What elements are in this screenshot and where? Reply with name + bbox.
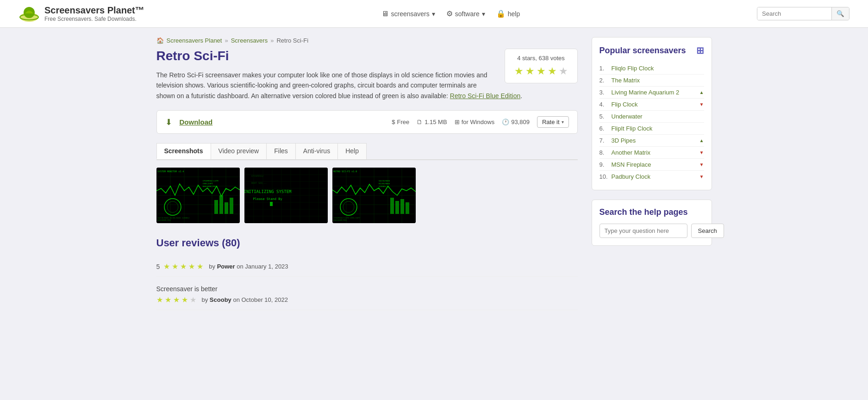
star-2: ★ bbox=[525, 65, 535, 77]
software-icon: ⚙ bbox=[446, 9, 453, 18]
star-1: ★ bbox=[514, 65, 524, 77]
help-search-form: Search bbox=[599, 224, 704, 238]
breadcrumb: 🏠 Screensavers Planet » Screensavers » R… bbox=[156, 37, 578, 44]
svg-rect-17 bbox=[230, 198, 233, 214]
svg-text:CE5C/24F7: CE5C/24F7 bbox=[203, 182, 213, 185]
popular-link-6[interactable]: FlipIt Flip Clock bbox=[612, 125, 704, 132]
search-box: 🔍 bbox=[757, 7, 849, 20]
indicator-down-icon-8: ▼ bbox=[699, 150, 704, 155]
svg-rect-60 bbox=[400, 199, 404, 214]
star-4: ★ bbox=[548, 65, 557, 77]
indicator-down-icon-9: ▼ bbox=[699, 162, 704, 167]
logo-icon bbox=[19, 3, 40, 25]
screenshot-3[interactable]: RETRO SCI-FI v1.0 CF15FE53/<(479 CE5C/24… bbox=[332, 168, 416, 223]
popular-item-6: 6. FlipIt Flip Clock bbox=[599, 123, 704, 135]
windows-icon: ⊞ bbox=[696, 45, 704, 56]
tab-antivirus[interactable]: Anti-virus bbox=[295, 143, 338, 159]
popular-item-1: 1. Fliqlo Flip Clock bbox=[599, 62, 704, 75]
popular-screensavers-section: Popular screensavers ⊞ 1. Fliqlo Flip Cl… bbox=[592, 37, 712, 190]
tab-video[interactable]: Video preview bbox=[211, 143, 267, 159]
popular-item-2: 2. The Matrix bbox=[599, 75, 704, 87]
popular-link-2[interactable]: The Matrix bbox=[612, 77, 704, 84]
svg-rect-16 bbox=[225, 202, 228, 214]
tab-screenshots[interactable]: Screenshots bbox=[156, 143, 211, 159]
description-link[interactable]: Retro Sci-Fi Blue Edition bbox=[450, 92, 521, 100]
svg-rect-61 bbox=[406, 202, 409, 214]
screenshot-1[interactable]: SYSTEM MONITOR v2.4 SA/CO/83A5 01/65/OA6… bbox=[156, 168, 240, 223]
breadcrumb-sep-1: » bbox=[225, 37, 228, 44]
help-search-button[interactable]: Search bbox=[691, 224, 724, 238]
popular-link-3[interactable]: Living Marine Aquarium 2 bbox=[612, 89, 699, 96]
popular-item-10: 10. Padbury Clock ▼ bbox=[599, 171, 704, 182]
download-link[interactable]: Download bbox=[180, 118, 213, 126]
review-item-1: 5 ★ ★ ★ ★ ★ by Power on January 1, 2023 bbox=[156, 256, 578, 277]
logo[interactable]: Screensavers Planet™ Free Screensavers. … bbox=[19, 3, 144, 25]
svg-text:Please Stand By: Please Stand By bbox=[253, 197, 282, 201]
nav-help[interactable]: 🔒 help bbox=[496, 9, 520, 18]
star-3: ★ bbox=[537, 65, 546, 77]
clock-icon: 🕐 bbox=[502, 119, 509, 125]
popular-link-4[interactable]: Flip Clock bbox=[612, 101, 699, 108]
file-icon: 🗋 bbox=[417, 119, 423, 125]
download-arrow-icon: ⬇ bbox=[165, 117, 172, 127]
help-search-section: Search the help pages Search bbox=[592, 200, 712, 246]
help-search-input[interactable] bbox=[599, 224, 687, 238]
breadcrumb-screensavers-link[interactable]: Screensavers bbox=[231, 37, 268, 44]
svg-text:BA5103NF/F85: BA5103NF/F85 bbox=[203, 185, 216, 188]
sidebar: Popular screensavers ⊞ 1. Fliqlo Flip Cl… bbox=[592, 37, 712, 310]
stars-container: ★ ★ ★ ★ ★ bbox=[514, 65, 568, 77]
header-nav: 🖥 screensavers ▾ ⚙ software ▾ 🔒 help bbox=[381, 9, 520, 18]
download-meta: $ Free 🗋 1.15 MB ⊞ for Windows 🕐 93,809 … bbox=[392, 116, 568, 128]
popular-link-7[interactable]: 3D Pipes bbox=[612, 137, 699, 144]
review-item-2: Screensaver is better ★ ★ ★ ★ ★ by Scoob… bbox=[156, 277, 578, 310]
tab-help[interactable]: Help bbox=[337, 143, 367, 159]
svg-text:BA5103NF/F85: BA5103NF/F85 bbox=[333, 219, 347, 221]
svg-text:123AB1/: 123AB1/ bbox=[379, 185, 387, 188]
rate-button[interactable]: Rate it ▾ bbox=[537, 116, 569, 128]
search-input[interactable] bbox=[757, 7, 831, 20]
monitor-icon: 🖥 bbox=[381, 10, 389, 18]
rating-box: 4 stars, 638 votes ★ ★ ★ ★ ★ bbox=[505, 49, 578, 83]
rate-chevron-icon: ▾ bbox=[562, 119, 564, 125]
platform-meta: ⊞ for Windows bbox=[455, 119, 495, 125]
indicator-down-icon-4: ▼ bbox=[699, 102, 704, 107]
breadcrumb-current: Retro Sci-Fi bbox=[276, 37, 308, 44]
breadcrumb-home-link[interactable]: Screensavers Planet bbox=[167, 37, 222, 44]
screenshots-container: SYSTEM MONITOR v2.4 SA/CO/83A5 01/65/OA6… bbox=[156, 168, 578, 223]
popular-item-4: 4. Flip Clock ▼ bbox=[599, 99, 704, 111]
indicator-up-icon: ▲ bbox=[699, 90, 704, 95]
header: Screensavers Planet™ Free Screensavers. … bbox=[0, 0, 868, 28]
popular-link-5[interactable]: Underwater bbox=[612, 113, 704, 120]
popular-list: 1. Fliqlo Flip Clock 2. The Matrix 3. Li… bbox=[599, 62, 704, 182]
help-title: Search the help pages bbox=[599, 207, 704, 217]
popular-link-1[interactable]: Fliqlo Flip Clock bbox=[612, 65, 704, 72]
rating-votes: 4 stars, 638 votes bbox=[514, 55, 568, 62]
nav-screensavers[interactable]: 🖥 screensavers ▾ bbox=[381, 10, 435, 18]
search-button[interactable]: 🔍 bbox=[831, 7, 849, 20]
svg-text:01/65/0A65: 01/65/0A65 bbox=[379, 182, 390, 185]
review-2-text: Screensaver is better bbox=[156, 285, 578, 293]
popular-link-8[interactable]: Another Matrix bbox=[612, 149, 699, 156]
views-meta: 🕐 93,809 bbox=[502, 119, 530, 125]
popular-item-9: 9. MSN Fireplace ▼ bbox=[599, 159, 704, 171]
nav-software[interactable]: ⚙ software ▾ bbox=[446, 9, 485, 18]
svg-rect-15 bbox=[219, 195, 223, 214]
chevron-down-icon: ▾ bbox=[432, 10, 435, 18]
breadcrumb-sep-2: » bbox=[270, 37, 274, 44]
popular-link-9[interactable]: MSN Fireplace bbox=[612, 161, 699, 168]
popular-item-7: 7. 3D Pipes ▲ bbox=[599, 135, 704, 147]
size-meta: 🗋 1.15 MB bbox=[417, 119, 447, 125]
review-2-stars: ★ ★ ★ ★ ★ by Scooby on October 10, 2022 bbox=[156, 295, 578, 304]
svg-text:RETRO SCI-FI v1.0: RETRO SCI-FI v1.0 bbox=[333, 170, 357, 173]
popular-link-10[interactable]: Padbury Clock bbox=[612, 173, 699, 180]
windows-icon-dl: ⊞ bbox=[455, 119, 460, 125]
tab-files[interactable]: Files bbox=[266, 143, 296, 159]
svg-text:SYSTEM MONITOR v2.4: SYSTEM MONITOR v2.4 bbox=[157, 170, 184, 173]
star-5: ★ bbox=[559, 65, 568, 77]
svg-text:BA5103NF/F85: BA5103NF/F85 bbox=[157, 219, 171, 221]
logo-subtitle: Free Screensavers. Safe Downloads. bbox=[44, 16, 144, 22]
help-icon: 🔒 bbox=[496, 9, 506, 18]
screenshot-2[interactable]: INITIALIZING SYSTEM Please Stand By CF15… bbox=[244, 168, 328, 223]
price-meta: $ Free bbox=[392, 119, 409, 125]
review-1-stars: 5 ★ ★ ★ ★ ★ by Power on January 1, 2023 bbox=[156, 262, 578, 271]
